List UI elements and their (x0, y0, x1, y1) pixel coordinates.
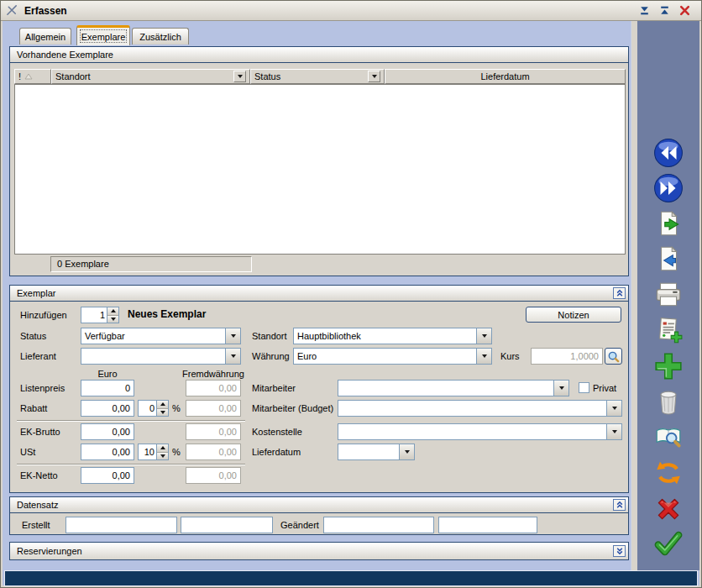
ust-percent-stepper[interactable]: 10 (138, 444, 169, 460)
collapse-exemplar-button[interactable] (613, 287, 626, 299)
copies-count-label: 0 Exemplare (57, 259, 109, 269)
tab-allgemein[interactable]: Allgemein (19, 28, 71, 45)
listenpreis-euro-field[interactable]: 0 (81, 380, 134, 396)
notizen-button[interactable]: Notizen (526, 307, 621, 323)
location-select[interactable]: Hauptbibliothek (293, 328, 492, 344)
triangle-down-icon (482, 354, 487, 358)
stepper-down-button[interactable] (157, 453, 168, 460)
copies-list-body[interactable] (14, 84, 626, 255)
currency-select[interactable]: Euro (293, 348, 492, 365)
standort-filter-button[interactable] (233, 71, 246, 82)
add-exemplar-button[interactable] (653, 351, 684, 381)
expand-reservierungen-button[interactable] (613, 545, 626, 557)
supplier-select[interactable] (81, 348, 241, 365)
column-flag[interactable]: ! (14, 69, 51, 84)
cancel-icon (653, 494, 684, 524)
staff-budget-label: Mitarbeiter (Budget) (252, 403, 333, 413)
minimize-button[interactable] (638, 4, 651, 17)
collapse-datensatz-button[interactable] (613, 499, 626, 511)
import-record-icon (653, 244, 684, 274)
import-record-button[interactable] (653, 244, 684, 274)
group-header-datensatz: Datensatz (10, 497, 628, 513)
rabatt-percent-stepper[interactable]: 0 (138, 400, 169, 417)
chevron-down-icon[interactable] (553, 381, 568, 396)
export-record-button[interactable] (653, 208, 684, 239)
add-count-stepper[interactable]: 1 (81, 307, 119, 323)
rate-field: 1,0000 (531, 348, 603, 365)
stepper-down-button[interactable] (107, 316, 118, 323)
previous-record-button[interactable] (653, 138, 684, 168)
staff-select[interactable] (338, 380, 569, 396)
staff-budget-select[interactable] (338, 400, 622, 417)
supplier-value (81, 349, 225, 364)
tab-exemplare[interactable]: Exemplare (76, 25, 130, 45)
triangle-up-icon (160, 446, 165, 449)
add-icon (653, 351, 684, 381)
group-header-exemplar: Exemplar (10, 286, 628, 302)
column-lieferdatum-label: Lieferdatum (480, 71, 529, 81)
rabatt-euro-field[interactable]: 0,00 (81, 400, 134, 417)
location-label: Standort (252, 331, 287, 341)
chevron-down-icon[interactable] (606, 401, 621, 416)
column-lieferdatum[interactable]: Lieferdatum (385, 69, 626, 84)
cost-center-select[interactable] (338, 423, 622, 440)
next-record-button[interactable] (653, 173, 684, 203)
ek-netto-euro-value: 0,00 (113, 470, 130, 480)
delivery-date-select[interactable] (338, 444, 415, 460)
window-body: Allgemein Exemplare Zusätzlich Vorhanden… (3, 21, 699, 585)
stepper-up-button[interactable] (157, 401, 168, 409)
chevron-double-down-icon (616, 547, 624, 555)
listenpreis-foreign-value: 0,00 (219, 383, 237, 393)
refresh-button[interactable] (653, 458, 684, 488)
stepper-up-button[interactable] (157, 444, 168, 453)
rabatt-percent-value: 0 (139, 401, 156, 416)
group-header-label: Datensatz (17, 500, 59, 510)
group-reservierungen: Reservierungen (9, 542, 629, 560)
privat-checkbox[interactable] (579, 382, 589, 393)
tab-zusaetzlich[interactable]: Zusätzlich (132, 28, 189, 45)
modified-label: Geändert (280, 520, 319, 530)
ek-netto-foreign-field: 0,00 (186, 467, 241, 484)
notizen-button-label: Notizen (558, 310, 589, 320)
ust-percent-sign: % (172, 447, 181, 457)
new-from-template-button[interactable] (653, 315, 684, 345)
delete-exemplar-button[interactable] (653, 386, 684, 417)
chevron-down-icon[interactable] (225, 349, 240, 364)
chevron-down-icon[interactable] (399, 444, 414, 459)
new-exemplar-title: Neues Exemplar (128, 308, 206, 320)
add-label: Hinzufügen (20, 310, 67, 320)
ek-brutto-euro-field[interactable]: 0,00 (81, 423, 134, 440)
status-select[interactable]: Verfügbar (81, 328, 241, 344)
stepper-down-button[interactable] (157, 409, 168, 417)
ust-foreign-field: 0,00 (186, 444, 241, 460)
group-datensatz: Datensatz Erstellt Geändert (9, 496, 629, 535)
chevron-down-icon[interactable] (606, 424, 621, 439)
tab-zusaetzlich-label: Zusätzlich (139, 32, 181, 42)
cancel-button[interactable] (653, 494, 684, 524)
chevron-down-icon[interactable] (476, 349, 491, 364)
chevron-down-icon[interactable] (476, 328, 491, 344)
stepper-buttons (107, 307, 118, 323)
previous-record-icon (653, 138, 684, 168)
ek-netto-euro-field[interactable]: 0,00 (81, 467, 134, 484)
stepper-up-button[interactable] (107, 307, 118, 316)
rate-search-button[interactable] (605, 348, 622, 365)
ust-euro-field[interactable]: 0,00 (81, 444, 134, 460)
status-label: Status (20, 331, 46, 341)
created-label: Erstellt (22, 520, 50, 530)
column-status[interactable]: Status (250, 69, 385, 84)
status-filter-button[interactable] (368, 71, 380, 82)
catalog-search-button[interactable] (653, 422, 684, 452)
delivery-date-value (338, 444, 399, 459)
tab-allgemein-label: Allgemein (25, 32, 65, 42)
print-button[interactable] (653, 280, 684, 310)
maximize-button[interactable] (658, 4, 671, 17)
chevron-double-up-icon (616, 501, 624, 509)
column-standort[interactable]: Standort (51, 69, 250, 84)
confirm-button[interactable] (653, 528, 684, 559)
price-separator (17, 464, 245, 465)
price-separator (17, 420, 245, 422)
chevron-down-icon[interactable] (225, 328, 240, 344)
chevron-double-up-icon (616, 289, 624, 297)
close-button[interactable] (678, 4, 691, 17)
